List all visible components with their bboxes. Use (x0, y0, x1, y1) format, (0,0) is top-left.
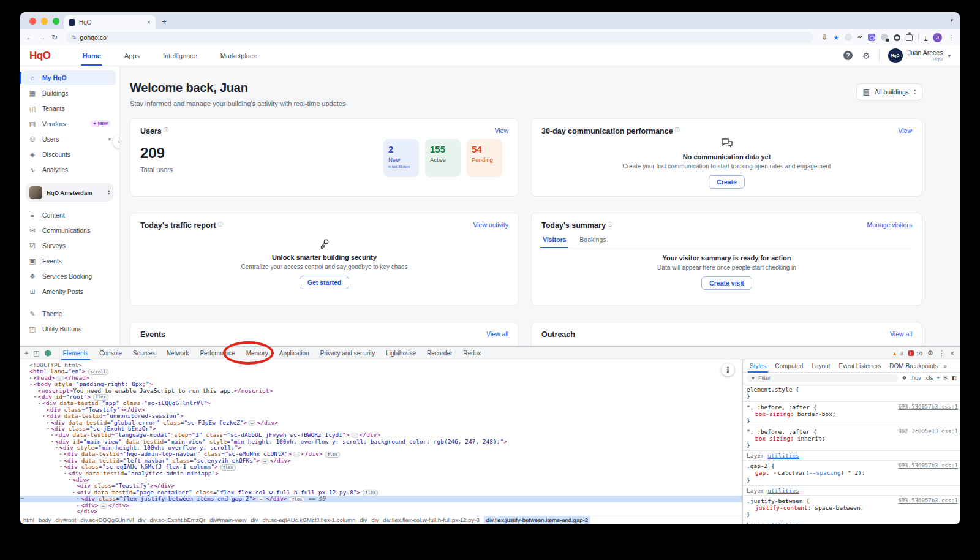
expanded-arrow-icon[interactable]: ▾ (50, 439, 55, 445)
communication-view-link[interactable]: View (898, 127, 912, 134)
tab-search-chevron-icon[interactable]: ▾ (950, 17, 953, 23)
style-toggle--[interactable]: + (937, 375, 940, 381)
dom-tree-line[interactable]: <noscript>You need to enable JavaScript … (20, 388, 742, 394)
building-selector[interactable]: HqO Amsterdam ▴▾ (26, 183, 113, 202)
hqo-logo[interactable]: HqO (29, 50, 50, 62)
styles-tab-computed[interactable]: Computed (771, 360, 807, 373)
all-buildings-filter[interactable]: ▦ All buildings ▴▾ (856, 83, 922, 100)
dom-tree-line[interactable]: <html lang="en">scroll (20, 368, 742, 374)
css-rule[interactable]: 693.536057b3.css:1.gap-2 {gap: ▸calc(var… (743, 461, 960, 486)
devtools-tab-console[interactable]: Console (94, 347, 127, 360)
css-property[interactable]: box-sizing: inherit; (747, 435, 958, 442)
layer-utilities-link[interactable]: utilities (767, 487, 799, 494)
user-menu-chevron-icon[interactable]: ▾ (948, 53, 951, 59)
create-visit-button[interactable]: Create visit (701, 276, 752, 290)
sidebar-item-surveys[interactable]: ☑Surveys (23, 238, 116, 253)
site-settings-icon[interactable]: ⇅ (72, 34, 76, 40)
maximize-window-button[interactable] (53, 18, 59, 25)
breadcrumb-item[interactable]: div.flex.justify-between.items-end.gap-2 (484, 516, 590, 524)
devtools-tab-application[interactable]: Application (274, 347, 315, 360)
outreach-view-all-link[interactable]: View all (890, 330, 912, 338)
info-icon[interactable]: ⓘ (164, 127, 168, 134)
expanded-arrow-icon[interactable]: ▾ (28, 381, 34, 387)
manage-visitors-link[interactable]: Manage visitors (867, 221, 912, 229)
expanded-arrow-icon[interactable]: ▾ (37, 400, 42, 406)
cascade-layers-icon[interactable]: ❖ (902, 375, 907, 381)
nav-item-home[interactable]: Home (75, 45, 108, 66)
back-icon[interactable]: ← (26, 34, 33, 41)
breadcrumb-item[interactable]: div.flex.flex-col.w-full.h-full.px-12.py… (383, 516, 480, 523)
stylesheet-source-link[interactable]: 693.536057b3.css:1 (898, 404, 958, 411)
extension-gear-icon[interactable] (894, 34, 900, 41)
dom-tree-line[interactable]: <!DOCTYPE html> (20, 362, 742, 368)
info-icon[interactable]: ⓘ (675, 127, 680, 134)
collapsed-arrow-icon[interactable]: ▸ (50, 432, 55, 438)
extension-purple-icon[interactable] (868, 34, 875, 41)
info-icon[interactable]: ⓘ (218, 221, 223, 228)
more-tabs-icon[interactable]: » (943, 363, 947, 369)
device-toolbar-icon[interactable]: ◳ (33, 349, 39, 357)
browser-profile-avatar[interactable]: J (933, 33, 942, 42)
collapsed-arrow-icon[interactable]: ▸ (58, 451, 64, 457)
devtools-settings-icon[interactable]: ⚙ (927, 349, 933, 357)
breadcrumb-item[interactable]: html (23, 516, 34, 523)
devtools-close-icon[interactable]: × (950, 349, 954, 358)
sidebar-item-vendors[interactable]: ▤Vendors✦ NEW (23, 116, 116, 131)
collapsed-arrow-icon[interactable]: ▸ (75, 496, 81, 502)
extension-peaks-icon[interactable]: ^^ (858, 35, 862, 40)
breadcrumb-item[interactable]: div (360, 516, 367, 523)
styles-tab-styles[interactable]: Styles (745, 360, 771, 373)
extension-hexagon-icon[interactable] (45, 350, 51, 357)
breadcrumb-item[interactable]: div (251, 516, 258, 523)
devtools-tab-privacy-and-security[interactable]: Privacy and security (315, 347, 380, 360)
browser-tab[interactable]: HqO × (64, 15, 156, 29)
expanded-arrow-icon[interactable]: ▾ (41, 413, 47, 419)
breadcrumb-item[interactable]: div (138, 516, 145, 523)
breadcrumb-item[interactable]: body (39, 516, 51, 523)
tab-close-icon[interactable]: × (147, 18, 151, 26)
layer-utilities-link[interactable]: utilities (767, 521, 799, 524)
css-rule[interactable]: element.style {} (743, 384, 960, 402)
styles-filter-input[interactable]: ▼ Filter (747, 374, 898, 382)
sidebar-item-amenity-posts[interactable]: ⊞Amenity Posts (23, 284, 116, 299)
reload-icon[interactable]: ↻ (51, 34, 58, 41)
collapsed-arrow-icon[interactable]: ▸ (45, 420, 51, 426)
url-bar[interactable]: ⇅ gohqo.co (66, 32, 813, 43)
devtools-tab-elements[interactable]: Elements (58, 347, 94, 360)
sidebar-item-communications[interactable]: ✉Communications (23, 223, 116, 238)
devtools-tab-recorder[interactable]: Recorder (421, 347, 458, 360)
breadcrumb-item[interactable]: div.sc-jExoht.bEmzQr (149, 516, 205, 523)
style-toggle--cls[interactable]: .cls (925, 375, 933, 381)
stylesheet-source-link[interactable]: 693.536057b3.css:1 (898, 463, 958, 469)
expand-value-icon[interactable]: ▸ (774, 471, 777, 475)
dom-tree-line[interactable]: ▾<div data-testid="analytics-admin-minia… (20, 471, 742, 477)
expanded-arrow-icon[interactable]: ▾ (54, 445, 59, 451)
help-icon[interactable]: ? (843, 51, 853, 60)
css-property[interactable]: gap: ▸calc(var(--spacing) * 2); (747, 469, 958, 477)
breadcrumb-item[interactable]: div (371, 516, 379, 523)
forward-icon[interactable]: → (39, 34, 46, 41)
styles-tab-event-listeners[interactable]: Event Listeners (834, 360, 885, 373)
create-communication-button[interactable]: Create (709, 175, 745, 189)
expand-ellipsis-button[interactable]: … (100, 503, 107, 509)
devtools-tab-sources[interactable]: Sources (127, 347, 161, 360)
browser-menu-icon[interactable]: ⋮ (948, 34, 954, 42)
expand-ellipsis-button[interactable]: … (257, 496, 265, 502)
extension-lock-icon[interactable] (881, 34, 888, 41)
inspect-element-icon[interactable]: ⌖ (24, 349, 28, 357)
sidebar-item-analytics[interactable]: ∿Analytics (23, 162, 116, 177)
css-rule[interactable]: 882.2c805e13.css:1*, :before, :after {bo… (743, 426, 960, 451)
nav-item-intelligence[interactable]: Intelligence (156, 45, 205, 66)
sidebar-item-discounts[interactable]: ◈Discounts (23, 147, 116, 162)
events-view-all-link[interactable]: View all (486, 330, 508, 338)
expanded-arrow-icon[interactable]: ▾ (62, 471, 68, 477)
styles-tab-dom-breakpoints[interactable]: DOM Breakpoints (885, 360, 942, 373)
user-avatar[interactable]: HqO (888, 48, 903, 63)
minimize-window-button[interactable] (41, 18, 48, 25)
sidebar-item-my-hqo[interactable]: ⌂My HqO (23, 70, 116, 85)
send-to-device-icon[interactable]: ⇩ (821, 34, 827, 41)
settings-gear-icon[interactable]: ⚙ (862, 51, 870, 61)
warning-icon[interactable]: ▲ (892, 350, 897, 357)
expanded-arrow-icon[interactable]: ▾ (45, 426, 51, 432)
css-rule[interactable]: 693.536057b3.css:1.justify-between {just… (743, 496, 960, 520)
